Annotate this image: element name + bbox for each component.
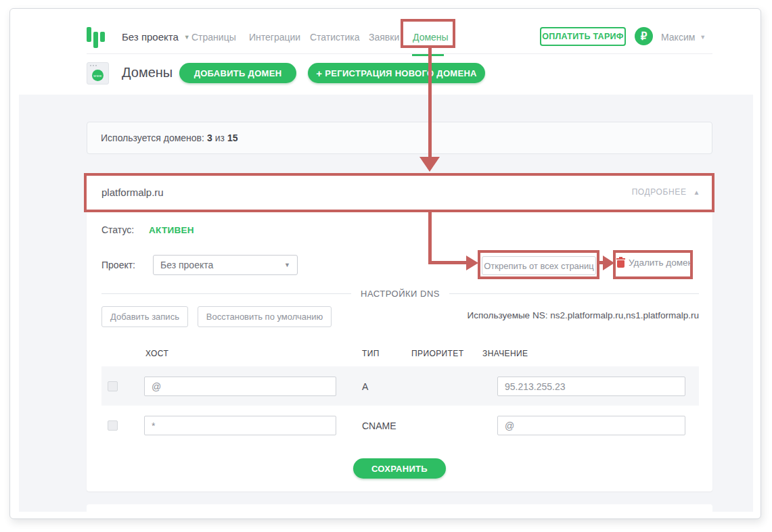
active-tab-underline (412, 54, 444, 56)
chevron-down-icon: ▼ (284, 262, 290, 268)
trash-icon (617, 260, 625, 268)
dns-section-title: НАСТРОЙКИ DNS (361, 289, 440, 299)
domain-name: platformalp.ru (101, 187, 164, 198)
host-input[interactable] (144, 416, 336, 435)
next-domain-card-partial (87, 504, 712, 512)
project-selector-dropdown[interactable]: Без проекта▼ (122, 31, 190, 43)
chevron-down-icon: ▼ (184, 34, 190, 41)
delete-domain-label: Удалить домен (629, 258, 693, 268)
save-button[interactable]: СОХРАНИТЬ (353, 458, 446, 479)
project-selector-label: Без проекта (122, 31, 179, 43)
register-new-domain-button[interactable]: + РЕГИСТРАЦИЯ НОВОГО ДОМЕНА (308, 63, 485, 83)
value-input[interactable] (497, 377, 685, 396)
project-row: Проект: Без проекта ▼ (101, 255, 298, 275)
domains-page-icon (87, 62, 109, 84)
column-header-host: ХОСТ (145, 349, 168, 358)
record-type: CNAME (362, 420, 396, 431)
register-new-domain-label: РЕГИСТРАЦИЯ НОВОГО ДОМЕНА (325, 68, 477, 78)
chevron-up-icon: ▲ (694, 189, 701, 196)
host-input[interactable] (144, 377, 336, 396)
domain-card-header[interactable]: platformalp.ru ПОДРОБНЕЕ▲ (101, 181, 700, 203)
dns-row-checkbox[interactable] (108, 420, 118, 431)
column-header-priority: ПРИОРИТЕТ (411, 349, 463, 358)
add-domain-button[interactable]: ДОБАВИТЬ ДОМЕН (179, 63, 296, 83)
user-name: Максим (661, 32, 695, 43)
tab-integrations[interactable]: Интеграции (249, 32, 300, 43)
unpin-from-pages-button[interactable]: Открепить от всех страниц (482, 256, 596, 275)
dns-section-divider: НАСТРОЙКИ DNS (101, 289, 699, 299)
usage-used-count: 3 (207, 132, 212, 143)
column-header-value: ЗНАЧЕНИЕ (482, 349, 528, 358)
tab-leads[interactable]: Заявки (369, 32, 399, 43)
tab-domains[interactable]: Домены (413, 32, 449, 43)
tab-pages[interactable]: Страницы (191, 32, 236, 43)
details-label: ПОДРОБНЕЕ (632, 187, 687, 197)
details-toggle[interactable]: ПОДРОБНЕЕ▲ (632, 187, 700, 197)
tab-statistics[interactable]: Статистика (310, 32, 360, 43)
platformalp-logo-icon (87, 27, 107, 48)
status-row: Статус: АКТИВЕН (101, 224, 194, 235)
project-select-value: Без проекта (160, 260, 213, 270)
record-type: A (362, 381, 368, 392)
domains-usage-box: Используется доменов: 3 из 15 (87, 122, 712, 154)
user-menu[interactable]: Максим▼ (661, 32, 706, 43)
add-record-button[interactable]: Добавить запись (101, 306, 188, 327)
ns-info-text: Используемые NS: ns2.platformalp.ru,ns1.… (372, 310, 699, 320)
value-input[interactable] (497, 416, 685, 435)
chevron-down-icon: ▼ (700, 34, 706, 41)
globe-icon (92, 70, 104, 81)
dns-row-checkbox[interactable] (108, 381, 118, 391)
plus-icon: + (316, 68, 322, 79)
status-label: Статус: (101, 224, 149, 235)
usage-of: из (215, 132, 225, 143)
status-badge: АКТИВЕН (149, 225, 194, 235)
delete-domain-button[interactable]: Удалить домен (617, 258, 693, 268)
column-header-type: ТИП (362, 349, 380, 358)
ruble-badge-icon[interactable]: ₽ (635, 27, 653, 45)
usage-prefix: Используется доменов: (101, 132, 204, 143)
usage-total-count: 15 (227, 132, 238, 143)
project-label: Проект: (101, 260, 153, 270)
nav-divider (87, 53, 712, 54)
restore-defaults-button[interactable]: Восстановить по умолчанию (198, 306, 332, 327)
project-select[interactable]: Без проекта ▼ (153, 255, 298, 275)
page-title: Домены (122, 65, 173, 80)
pay-tariff-button[interactable]: ОПЛАТИТЬ ТАРИФ (540, 27, 626, 46)
